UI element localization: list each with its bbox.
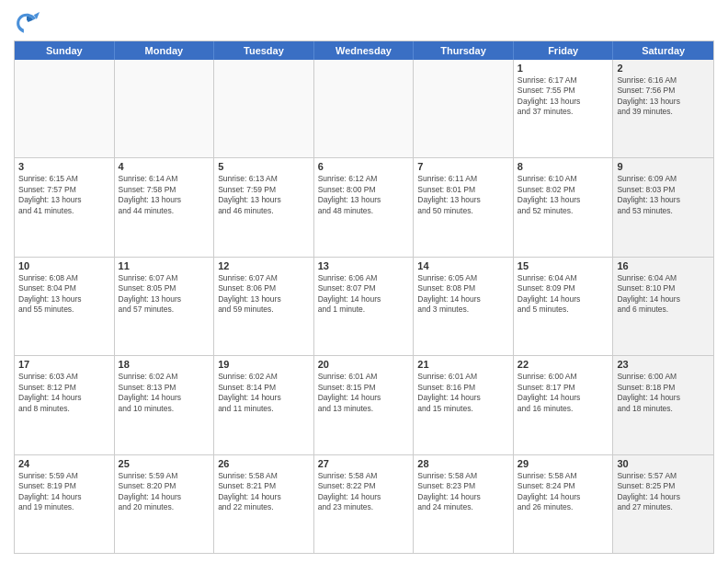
day-cell: 12Sunrise: 6:07 AM Sunset: 8:06 PM Dayli…	[214, 258, 314, 355]
day-detail: Sunrise: 6:06 AM Sunset: 8:07 PM Dayligh…	[318, 273, 410, 316]
weekday-header: Thursday	[414, 41, 514, 60]
day-cell: 2Sunrise: 6:16 AM Sunset: 7:56 PM Daylig…	[613, 60, 713, 157]
day-cell: 5Sunrise: 6:13 AM Sunset: 7:59 PM Daylig…	[214, 158, 314, 256]
day-number: 10	[18, 260, 110, 271]
day-number: 16	[617, 260, 710, 271]
calendar-header: SundayMondayTuesdayWednesdayThursdayFrid…	[15, 41, 713, 60]
day-detail: Sunrise: 6:10 AM Sunset: 8:02 PM Dayligh…	[518, 174, 609, 216]
day-cell: 19Sunrise: 6:02 AM Sunset: 8:14 PM Dayli…	[214, 356, 314, 454]
day-detail: Sunrise: 5:57 AM Sunset: 8:25 PM Dayligh…	[617, 471, 710, 513]
weekday-header: Sunday	[15, 41, 115, 60]
day-number: 6	[318, 161, 410, 172]
day-number: 12	[218, 260, 310, 271]
day-detail: Sunrise: 5:58 AM Sunset: 8:21 PM Dayligh…	[218, 471, 310, 513]
day-number: 9	[617, 161, 710, 172]
day-detail: Sunrise: 6:00 AM Sunset: 8:18 PM Dayligh…	[617, 372, 710, 414]
day-detail: Sunrise: 6:07 AM Sunset: 8:06 PM Dayligh…	[218, 273, 310, 316]
day-number: 2	[617, 63, 710, 74]
day-cell: 3Sunrise: 6:15 AM Sunset: 7:57 PM Daylig…	[15, 158, 115, 256]
day-detail: Sunrise: 6:11 AM Sunset: 8:01 PM Dayligh…	[417, 174, 509, 216]
day-cell: 4Sunrise: 6:14 AM Sunset: 7:58 PM Daylig…	[115, 158, 215, 256]
day-detail: Sunrise: 6:01 AM Sunset: 8:16 PM Dayligh…	[417, 372, 509, 414]
weekday-header: Monday	[115, 41, 215, 60]
day-cell: 14Sunrise: 6:05 AM Sunset: 8:08 PM Dayli…	[414, 258, 514, 355]
day-number: 28	[417, 458, 509, 469]
day-number: 29	[518, 458, 609, 469]
calendar-body: 1Sunrise: 6:17 AM Sunset: 7:55 PM Daylig…	[15, 60, 713, 553]
day-cell: 1Sunrise: 6:17 AM Sunset: 7:55 PM Daylig…	[514, 60, 614, 157]
calendar-row: 1Sunrise: 6:17 AM Sunset: 7:55 PM Daylig…	[15, 60, 713, 157]
day-cell: 25Sunrise: 5:59 AM Sunset: 8:20 PM Dayli…	[115, 455, 215, 553]
day-number: 1	[518, 63, 609, 74]
day-detail: Sunrise: 6:04 AM Sunset: 8:10 PM Dayligh…	[617, 273, 710, 316]
day-cell: 27Sunrise: 5:58 AM Sunset: 8:22 PM Dayli…	[314, 455, 415, 553]
day-detail: Sunrise: 5:58 AM Sunset: 8:23 PM Dayligh…	[417, 471, 509, 513]
logo	[14, 9, 43, 35]
day-number: 3	[18, 161, 110, 172]
day-detail: Sunrise: 5:59 AM Sunset: 8:20 PM Dayligh…	[119, 471, 210, 513]
day-number: 18	[119, 359, 210, 370]
day-detail: Sunrise: 6:09 AM Sunset: 8:03 PM Dayligh…	[617, 174, 710, 216]
empty-cell	[115, 60, 215, 157]
day-number: 26	[218, 458, 310, 469]
day-cell: 17Sunrise: 6:03 AM Sunset: 8:12 PM Dayli…	[15, 356, 115, 454]
day-cell: 26Sunrise: 5:58 AM Sunset: 8:21 PM Dayli…	[214, 455, 314, 553]
day-number: 17	[18, 359, 110, 370]
empty-cell	[314, 60, 415, 157]
day-detail: Sunrise: 6:05 AM Sunset: 8:08 PM Dayligh…	[417, 273, 509, 316]
day-cell: 15Sunrise: 6:04 AM Sunset: 8:09 PM Dayli…	[514, 258, 614, 355]
day-detail: Sunrise: 6:15 AM Sunset: 7:57 PM Dayligh…	[18, 174, 110, 216]
calendar-row: 17Sunrise: 6:03 AM Sunset: 8:12 PM Dayli…	[15, 355, 713, 454]
day-number: 27	[318, 458, 410, 469]
day-cell: 10Sunrise: 6:08 AM Sunset: 8:04 PM Dayli…	[15, 258, 115, 355]
day-number: 4	[119, 161, 210, 172]
day-cell: 7Sunrise: 6:11 AM Sunset: 8:01 PM Daylig…	[414, 158, 514, 256]
day-detail: Sunrise: 5:58 AM Sunset: 8:22 PM Dayligh…	[318, 471, 410, 513]
day-cell: 6Sunrise: 6:12 AM Sunset: 8:00 PM Daylig…	[314, 158, 415, 256]
calendar-row: 3Sunrise: 6:15 AM Sunset: 7:57 PM Daylig…	[15, 157, 713, 256]
day-cell: 20Sunrise: 6:01 AM Sunset: 8:15 PM Dayli…	[314, 356, 415, 454]
day-number: 19	[218, 359, 310, 370]
day-detail: Sunrise: 6:04 AM Sunset: 8:09 PM Dayligh…	[518, 273, 609, 316]
day-detail: Sunrise: 5:59 AM Sunset: 8:19 PM Dayligh…	[18, 471, 110, 513]
day-number: 20	[318, 359, 410, 370]
day-cell: 11Sunrise: 6:07 AM Sunset: 8:05 PM Dayli…	[115, 258, 215, 355]
day-detail: Sunrise: 6:02 AM Sunset: 8:14 PM Dayligh…	[218, 372, 310, 414]
empty-cell	[414, 60, 514, 157]
day-cell: 30Sunrise: 5:57 AM Sunset: 8:25 PM Dayli…	[613, 455, 713, 553]
empty-cell	[214, 60, 314, 157]
day-number: 11	[119, 260, 210, 271]
day-detail: Sunrise: 6:08 AM Sunset: 8:04 PM Dayligh…	[18, 273, 110, 316]
day-cell: 13Sunrise: 6:06 AM Sunset: 8:07 PM Dayli…	[314, 258, 415, 355]
page: SundayMondayTuesdayWednesdayThursdayFrid…	[0, 0, 728, 563]
logo-icon	[14, 9, 40, 35]
day-detail: Sunrise: 6:07 AM Sunset: 8:05 PM Dayligh…	[119, 273, 210, 316]
day-detail: Sunrise: 6:17 AM Sunset: 7:55 PM Dayligh…	[518, 75, 609, 118]
day-detail: Sunrise: 6:03 AM Sunset: 8:12 PM Dayligh…	[18, 372, 110, 414]
calendar: SundayMondayTuesdayWednesdayThursdayFrid…	[14, 40, 714, 554]
day-number: 24	[18, 458, 110, 469]
day-number: 8	[518, 161, 609, 172]
day-detail: Sunrise: 6:14 AM Sunset: 7:58 PM Dayligh…	[119, 174, 210, 216]
weekday-header: Friday	[514, 41, 614, 60]
day-cell: 29Sunrise: 5:58 AM Sunset: 8:24 PM Dayli…	[514, 455, 614, 553]
empty-cell	[15, 60, 115, 157]
day-detail: Sunrise: 5:58 AM Sunset: 8:24 PM Dayligh…	[518, 471, 609, 513]
day-number: 5	[218, 161, 310, 172]
day-number: 22	[518, 359, 609, 370]
day-number: 23	[617, 359, 710, 370]
day-cell: 22Sunrise: 6:00 AM Sunset: 8:17 PM Dayli…	[514, 356, 614, 454]
day-cell: 18Sunrise: 6:02 AM Sunset: 8:13 PM Dayli…	[115, 356, 215, 454]
day-number: 13	[318, 260, 410, 271]
calendar-row: 10Sunrise: 6:08 AM Sunset: 8:04 PM Dayli…	[15, 257, 713, 355]
day-detail: Sunrise: 6:00 AM Sunset: 8:17 PM Dayligh…	[518, 372, 609, 414]
day-cell: 24Sunrise: 5:59 AM Sunset: 8:19 PM Dayli…	[15, 455, 115, 553]
day-cell: 9Sunrise: 6:09 AM Sunset: 8:03 PM Daylig…	[613, 158, 713, 256]
day-number: 25	[119, 458, 210, 469]
day-cell: 28Sunrise: 5:58 AM Sunset: 8:23 PM Dayli…	[414, 455, 514, 553]
header	[14, 9, 714, 35]
day-cell: 21Sunrise: 6:01 AM Sunset: 8:16 PM Dayli…	[414, 356, 514, 454]
day-detail: Sunrise: 6:12 AM Sunset: 8:00 PM Dayligh…	[318, 174, 410, 216]
day-number: 30	[617, 458, 710, 469]
calendar-row: 24Sunrise: 5:59 AM Sunset: 8:19 PM Dayli…	[15, 454, 713, 553]
